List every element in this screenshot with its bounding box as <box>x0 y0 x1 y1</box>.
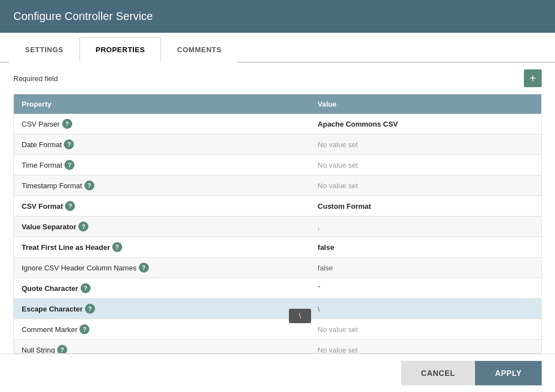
row-actions <box>509 258 541 278</box>
table-row[interactable]: Quote Character?" <box>14 278 541 299</box>
property-value: false <box>318 243 334 252</box>
dialog-title: Configure Controller Service <box>13 10 153 22</box>
table-row[interactable]: Comment Marker?No value set <box>14 319 541 340</box>
property-value: No value set <box>318 140 358 149</box>
help-icon[interactable]: ? <box>78 222 88 232</box>
property-value: Custom Format <box>318 202 371 210</box>
property-name: Quote Character <box>22 284 78 293</box>
row-actions <box>509 217 541 237</box>
dialog-footer: CANCEL APPLY <box>0 354 555 392</box>
table-row[interactable]: CSV Format?Custom Format <box>14 196 541 217</box>
help-icon[interactable]: ? <box>85 304 95 314</box>
tabs-bar: SETTINGS PROPERTIES COMMENTS <box>0 37 555 63</box>
column-header-actions <box>509 94 541 114</box>
property-name: Null String <box>22 346 55 354</box>
table-row[interactable]: Time Format?No value set <box>14 155 541 175</box>
tab-settings[interactable]: SETTINGS <box>9 37 79 63</box>
row-actions <box>509 299 541 319</box>
property-value: No value set <box>318 346 358 354</box>
property-name: CSV Parser <box>22 120 60 128</box>
add-property-button[interactable]: + <box>524 69 542 87</box>
table-header-row: Property Value <box>14 94 541 114</box>
column-header-property: Property <box>14 94 310 114</box>
property-value: No value set <box>318 182 358 190</box>
row-actions <box>509 134 541 155</box>
help-icon[interactable]: ? <box>139 263 149 273</box>
property-name: Value Separator <box>22 223 76 231</box>
row-actions <box>509 196 541 217</box>
table-row[interactable]: Ignore CSV Header Column Names?false <box>14 258 541 278</box>
table-row[interactable]: Date Format?No value set <box>14 134 541 155</box>
help-icon[interactable]: ? <box>57 345 67 354</box>
help-icon[interactable]: ? <box>79 324 89 334</box>
table-row[interactable]: Treat First Line as Header?false <box>14 237 541 258</box>
property-value: \ <box>318 305 320 313</box>
help-icon[interactable]: ? <box>65 201 75 211</box>
property-value: No value set <box>318 161 358 169</box>
help-icon[interactable]: ? <box>84 180 94 190</box>
property-value: " <box>318 284 321 293</box>
row-actions <box>509 175 541 196</box>
row-actions <box>509 319 541 340</box>
help-icon[interactable]: ? <box>81 283 91 293</box>
property-name: Time Format <box>22 161 62 169</box>
property-name: CSV Format <box>22 202 63 210</box>
property-value: false <box>318 264 333 272</box>
tab-properties[interactable]: PROPERTIES <box>79 37 161 63</box>
help-icon[interactable]: ? <box>64 160 74 170</box>
row-actions <box>509 278 541 299</box>
table-row[interactable]: Timestamp Format?No value set <box>14 175 541 196</box>
help-icon[interactable]: ? <box>112 242 122 252</box>
dialog-header: Configure Controller Service <box>0 0 555 33</box>
table-row[interactable]: Value Separator?, <box>14 217 541 237</box>
configure-controller-service-dialog: Configure Controller Service SETTINGS PR… <box>0 0 555 392</box>
property-name: Date Format <box>22 140 62 149</box>
property-name: Escape Character <box>22 305 83 313</box>
content-area: Required field + Property Value CSV Pars… <box>0 63 555 354</box>
cancel-button[interactable]: CANCEL <box>401 361 475 385</box>
tab-comments[interactable]: COMMENTS <box>161 37 238 63</box>
property-value: Apache Commons CSV <box>318 120 398 128</box>
tooltip-text: \ <box>299 312 301 320</box>
properties-table: Property Value CSV Parser?Apache Commons… <box>14 94 541 354</box>
property-value: No value set <box>318 325 358 334</box>
row-actions <box>509 114 541 134</box>
apply-button[interactable]: APPLY <box>475 361 542 385</box>
row-actions <box>509 237 541 258</box>
help-icon[interactable]: ? <box>64 139 74 149</box>
table-row[interactable]: Null String?No value set <box>14 340 541 354</box>
table-row[interactable]: CSV Parser?Apache Commons CSV <box>14 114 541 134</box>
property-value: , <box>318 223 320 231</box>
property-name: Timestamp Format <box>22 182 82 190</box>
required-field-label: Required field <box>13 74 58 83</box>
properties-table-container: Property Value CSV Parser?Apache Commons… <box>13 94 542 354</box>
row-actions <box>509 155 541 175</box>
help-icon[interactable]: ? <box>62 119 72 129</box>
property-name: Treat First Line as Header <box>22 243 110 252</box>
property-name: Ignore CSV Header Column Names <box>22 264 137 272</box>
column-header-value: Value <box>310 94 509 114</box>
property-name: Comment Marker <box>22 325 77 334</box>
tooltip-popup: \ <box>289 309 311 323</box>
row-actions <box>509 340 541 354</box>
required-field-bar: Required field + <box>13 63 542 94</box>
table-row[interactable]: Escape Character?\ <box>14 299 541 319</box>
